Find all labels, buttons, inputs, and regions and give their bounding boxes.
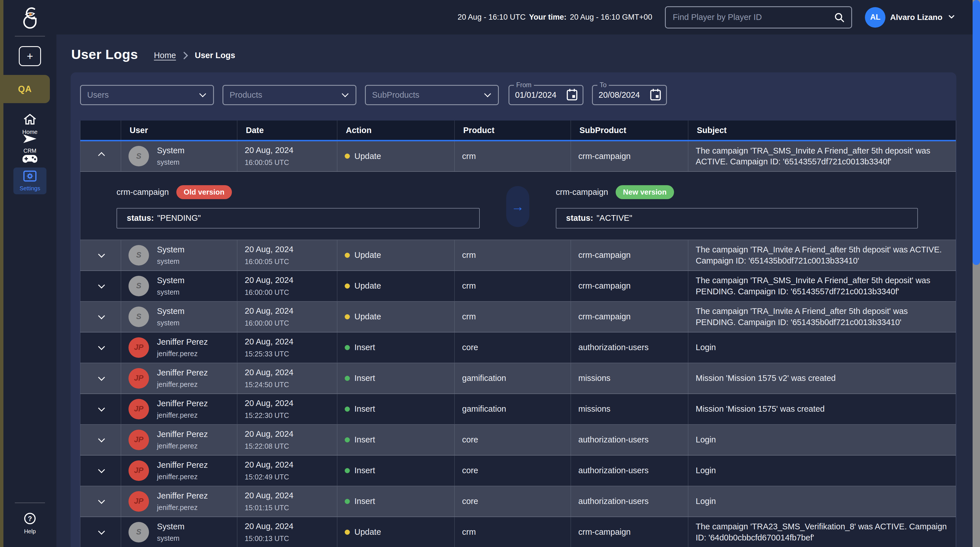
add-button[interactable]: + bbox=[19, 46, 41, 66]
products-select-placeholder: Products bbox=[230, 90, 262, 100]
player-search-input[interactable] bbox=[666, 13, 834, 22]
user-cell: JP Jeniffer Perez jeniffer.perez bbox=[121, 332, 237, 363]
date-cell: 20 Aug, 2024 16:00:00 UTC bbox=[237, 271, 337, 301]
row-expander-button[interactable] bbox=[94, 280, 107, 292]
date-from-field[interactable]: From 01/01/2024 bbox=[509, 85, 584, 105]
user-cell: S System system bbox=[121, 271, 237, 301]
sidebar-item-help[interactable]: ? Help bbox=[3, 512, 56, 535]
row-expander-button[interactable] bbox=[94, 433, 107, 446]
product-cell: core bbox=[455, 425, 571, 455]
row-expander-button[interactable] bbox=[94, 150, 107, 163]
user-display-name: Jeniffer Perez bbox=[157, 491, 208, 501]
breadcrumb-home-link[interactable]: Home bbox=[154, 51, 176, 60]
products-select[interactable]: Products bbox=[223, 85, 356, 105]
table-row[interactable]: JP Jeniffer Perez jeniffer.perez 20 Aug,… bbox=[80, 363, 956, 394]
log-date: 20 Aug, 2024 bbox=[245, 337, 293, 347]
new-version-badge: New version bbox=[616, 185, 674, 199]
brand-logo[interactable] bbox=[19, 6, 40, 30]
calendar-icon[interactable] bbox=[649, 88, 662, 102]
sidebar: + QA Home CRM Gamification Settings bbox=[3, 0, 56, 547]
sidebar-divider bbox=[15, 502, 45, 503]
log-date: 20 Aug, 2024 bbox=[245, 368, 293, 377]
table-row[interactable]: S System system 20 Aug, 2024 16:00:00 UT… bbox=[80, 302, 956, 332]
avatar: JP bbox=[129, 429, 149, 450]
table-row[interactable]: JP Jeniffer Perez jeniffer.perez 20 Aug,… bbox=[80, 332, 956, 363]
action-label: Update bbox=[355, 151, 381, 161]
subproduct-cell: crm-campaign bbox=[571, 271, 688, 301]
action-status-dot bbox=[345, 253, 350, 258]
table-row[interactable]: S System system 20 Aug, 2024 16:00:05 UT… bbox=[80, 240, 956, 271]
table-row[interactable]: JP Jeniffer Perez jeniffer.perez 20 Aug,… bbox=[80, 486, 956, 517]
date-cell: 20 Aug, 2024 16:00:00 UTC bbox=[237, 302, 337, 332]
avatar: JP bbox=[129, 337, 149, 358]
subproduct-cell: authorization-users bbox=[571, 456, 688, 486]
date-from-label: From bbox=[514, 81, 534, 89]
log-time: 15:22:30 UTC bbox=[245, 411, 289, 420]
date-from-value: 01/01/2024 bbox=[515, 90, 556, 100]
log-time: 15:22:08 UTC bbox=[245, 442, 289, 450]
expander-cell bbox=[80, 240, 121, 270]
sidebar-item-home[interactable]: Home bbox=[3, 113, 56, 135]
row-expander-button[interactable] bbox=[94, 402, 107, 415]
subproduct-cell: authorization-users bbox=[571, 332, 688, 363]
row-expander-button[interactable] bbox=[94, 341, 107, 354]
breadcrumb-current: User Logs bbox=[195, 51, 235, 60]
sidebar-item-crm[interactable]: CRM bbox=[3, 134, 56, 154]
table-row[interactable]: S System system 20 Aug, 2024 16:00:05 UT… bbox=[80, 140, 956, 172]
row-expander-button[interactable] bbox=[94, 526, 107, 539]
user-cell: JP Jeniffer Perez jeniffer.perez bbox=[121, 456, 237, 486]
subject-cell: The campaign 'TRA_Invite A Friend_after … bbox=[688, 240, 956, 270]
table-row[interactable]: JP Jeniffer Perez jeniffer.perez 20 Aug,… bbox=[80, 394, 956, 425]
user-menu[interactable]: AL Alvaro Lizano bbox=[865, 7, 956, 28]
diff-arrow-button[interactable]: → bbox=[506, 186, 529, 227]
users-select[interactable]: Users bbox=[80, 85, 214, 105]
player-search-box bbox=[665, 6, 852, 29]
subproducts-select[interactable]: SubProducts bbox=[365, 85, 499, 105]
expander-cell bbox=[80, 425, 121, 455]
sidebar-item-label: Help bbox=[24, 528, 36, 535]
product-cell: core bbox=[455, 456, 571, 486]
table-row[interactable]: S System system 20 Aug, 2024 16:00:00 UT… bbox=[80, 271, 956, 302]
user-cell: JP Jeniffer Perez jeniffer.perez bbox=[121, 425, 237, 455]
log-time: 16:00:05 UTC bbox=[245, 258, 289, 266]
table-row[interactable]: JP Jeniffer Perez jeniffer.perez 20 Aug,… bbox=[80, 425, 956, 456]
date-to-field[interactable]: To 20/08/2024 bbox=[592, 85, 667, 105]
chevron-icon bbox=[98, 497, 105, 504]
date-cell: 20 Aug, 2024 16:00:05 UTC bbox=[237, 240, 337, 270]
sidebar-item-settings[interactable]: Settings bbox=[13, 167, 46, 194]
date-cell: 20 Aug, 2024 15:25:33 UTC bbox=[237, 332, 337, 363]
calendar-icon[interactable] bbox=[566, 88, 578, 102]
user-cell: S System system bbox=[121, 517, 237, 547]
chevron-icon bbox=[98, 152, 105, 159]
header-subproduct: SubProduct bbox=[571, 121, 688, 140]
row-expander-button[interactable] bbox=[94, 310, 107, 323]
date-cell: 20 Aug, 2024 16:00:05 UTC bbox=[237, 141, 337, 171]
header-product: Product bbox=[455, 121, 571, 140]
action-cell: Update bbox=[337, 141, 455, 171]
table-header: User Date Action Product SubProduct Subj… bbox=[80, 121, 956, 140]
row-expander-button[interactable] bbox=[94, 372, 107, 385]
row-expander-button[interactable] bbox=[94, 249, 107, 262]
search-icon[interactable] bbox=[834, 12, 845, 23]
log-date: 20 Aug, 2024 bbox=[245, 429, 293, 439]
header-expander-column bbox=[80, 121, 121, 140]
table-row[interactable]: JP Jeniffer Perez jeniffer.perez 20 Aug,… bbox=[80, 456, 956, 486]
environment-badge: QA bbox=[0, 75, 50, 103]
chevron-icon bbox=[98, 374, 105, 381]
log-date: 20 Aug, 2024 bbox=[245, 306, 293, 316]
row-expander-button[interactable] bbox=[94, 464, 107, 477]
old-version-column: crm-campaign Old version status: "PENDIN… bbox=[116, 186, 480, 229]
subject-cell: The campaign 'TRA_SMS_Invite A Friend_af… bbox=[688, 271, 956, 301]
subject-cell: Login bbox=[688, 425, 956, 455]
user-cell: S System system bbox=[121, 240, 237, 270]
row-expander-button[interactable] bbox=[94, 495, 107, 508]
user-cell: S System system bbox=[121, 302, 237, 332]
user-login: system bbox=[157, 288, 185, 296]
table-row[interactable]: S System system 20 Aug, 2024 15:00:13 UT… bbox=[80, 517, 956, 547]
date-cell: 20 Aug, 2024 15:24:50 UTC bbox=[237, 363, 337, 393]
user-avatar[interactable]: AL bbox=[865, 7, 885, 28]
chevron-down-icon bbox=[947, 12, 956, 22]
scrollbar-thumb[interactable] bbox=[973, 0, 980, 265]
user-display-name: System bbox=[157, 522, 185, 531]
page-scrollbar[interactable] bbox=[973, 0, 980, 547]
